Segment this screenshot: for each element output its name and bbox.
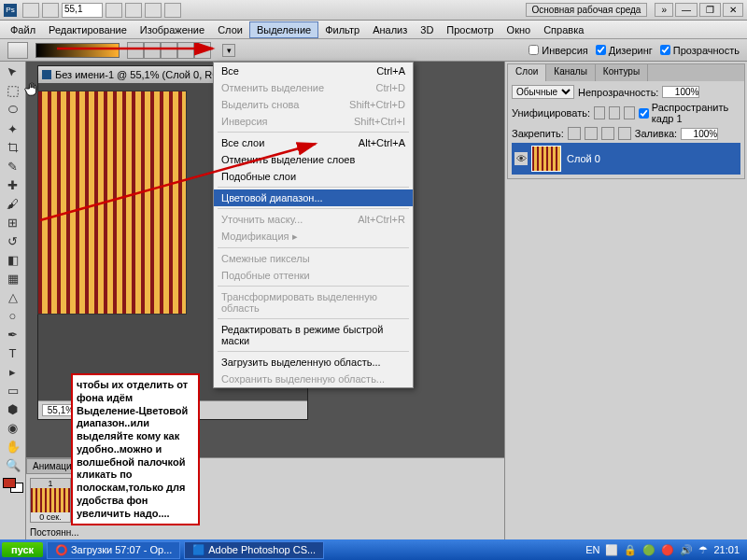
menu-item[interactable]: Редактировать в режиме быстрой маски [214,321,413,349]
hand-tool[interactable]: ✋ [2,437,24,455]
gradient-diamond-icon[interactable] [194,42,211,59]
panel-tab[interactable]: Контуры [596,64,648,81]
shape-tool[interactable]: ▭ [2,381,24,399]
menu-анализ[interactable]: Анализ [366,22,414,37]
brush-tool[interactable]: 🖌 [2,194,24,213]
menu-item: Подобные оттенки [214,267,413,284]
rotate-view-icon[interactable] [125,3,142,18]
gradient-tool[interactable]: ▦ [2,269,24,287]
menu-item[interactable]: Цветовой диапазон... [214,189,413,206]
menu-слои[interactable]: Слои [211,22,249,37]
menu-просмотр[interactable]: Просмотр [440,22,500,37]
heal-tool[interactable]: ✚ [2,175,24,194]
layer-row[interactable]: 👁 Слой 0 [512,143,740,175]
close-button[interactable]: ✕ [723,3,743,17]
zoom-field[interactable]: 55,1 [62,3,103,18]
unify-icon-1[interactable] [594,106,605,119]
visibility-icon[interactable]: 👁 [514,152,528,165]
dodge-tool[interactable]: ○ [2,306,24,325]
gradient-linear-icon[interactable] [127,42,144,59]
pen-tool[interactable]: ✒ [2,325,24,343]
tray-icon[interactable]: 🔴 [661,544,674,556]
tray-icon[interactable]: 🔊 [680,544,693,556]
menu-item: Трансформировать выделенную область [214,288,413,316]
panel-tab[interactable]: Каналы [546,64,596,81]
blend-mode-select[interactable]: Обычные [512,85,574,99]
taskbar-item[interactable]: 🟦 Adobe Photoshop CS... [184,541,324,559]
3d-camera-tool[interactable]: ◉ [2,418,24,437]
menu-item[interactable]: Загрузить выделенную область... [214,354,413,371]
path-select-tool[interactable]: ▸ [2,362,24,381]
menu-item[interactable]: Все слоиAlt+Ctrl+A [214,134,413,151]
lock-transparency-icon[interactable] [568,127,581,140]
unify-icon-3[interactable] [624,106,635,119]
menu-фильтр[interactable]: Фильтр [318,22,366,37]
tutorial-annotation: чтобы их отделить от фона идём Выделение… [71,373,200,525]
transparency-checkbox[interactable]: Прозрачность [660,45,740,56]
lock-all-icon[interactable] [618,127,631,140]
lock-position-icon[interactable] [601,127,614,140]
lock-pixels-icon[interactable] [585,127,598,140]
menu-item: Уточнить маску...Alt+Ctrl+R [214,211,413,228]
type-tool[interactable]: T [2,343,24,362]
layers-panel: СлоиКаналыКонтуры Обычные Непрозрачность… [507,63,745,179]
eyedropper-tool[interactable]: ✎ [2,157,24,175]
bridge-icon[interactable] [22,3,39,18]
clock[interactable]: 21:01 [713,544,740,555]
menu-окно[interactable]: Окно [500,22,538,37]
lang-indicator[interactable]: EN [585,544,599,555]
tray-icon[interactable]: ☂ [698,544,708,556]
crop-tool[interactable] [2,138,24,157]
menu-редактирование[interactable]: Редактирование [42,22,134,37]
mode-dropdown[interactable]: ▾ [222,44,235,57]
marquee-tool[interactable] [2,82,24,101]
wand-tool[interactable]: ✦ [2,119,24,138]
minimize-button[interactable]: — [675,3,698,17]
menu-выделение[interactable]: Выделение [249,21,318,38]
tray-icon[interactable]: 🟢 [642,544,655,556]
hand-tool-icon[interactable] [106,3,122,18]
stamp-tool[interactable]: ⊞ [2,213,24,231]
menu-изображение[interactable]: Изображение [134,22,211,37]
workspace-button[interactable]: Основная рабочая среда [526,3,648,17]
chevrons-icon[interactable]: » [655,3,673,17]
view-extras-icon[interactable] [42,3,59,18]
opacity-input[interactable] [662,86,699,98]
fill-input[interactable] [681,128,718,140]
dither-checkbox[interactable]: Дизеринг [596,45,653,56]
unify-icon-2[interactable] [609,106,620,119]
blur-tool[interactable]: △ [2,287,24,306]
screen-mode-icon[interactable] [164,3,181,18]
menu-item[interactable]: Отменить выделение слоев [214,151,413,168]
tray-icon[interactable]: ⬜ [605,544,618,556]
start-button[interactable]: пуск [2,542,43,557]
panel-tab[interactable]: Слои [508,64,546,81]
propagate-checkbox[interactable]: Распространить кадр 1 [639,102,740,124]
menu-справка[interactable]: Справка [537,22,590,37]
invert-checkbox[interactable]: Инверсия [529,45,588,56]
gradient-radial-icon[interactable] [144,42,161,59]
menu-3d[interactable]: 3D [414,22,440,37]
taskbar-item[interactable]: ⭕ Загрузки 57:07 - Op... [47,541,180,559]
menu-item: Сохранить выделенную область... [214,371,413,387]
menu-item[interactable]: ВсеCtrl+A [214,63,413,79]
move-tool[interactable] [2,63,24,82]
gradient-preview[interactable] [35,43,120,58]
gradient-reflected-icon[interactable] [177,42,194,59]
3d-tool[interactable]: ⬢ [2,399,24,418]
menu-файл[interactable]: Файл [4,22,42,37]
tray-icon[interactable]: 🔒 [624,544,637,556]
canvas-area: Без имени-1 @ 55,1% (Слой 0, RGB/8) ВсеC… [26,62,504,539]
zoom-tool[interactable]: 🔍 [2,455,24,474]
history-brush-tool[interactable]: ↺ [2,231,24,250]
color-swatches[interactable] [3,478,23,493]
current-tool-icon[interactable] [7,42,28,59]
eraser-tool[interactable]: ◧ [2,250,24,269]
animation-frame[interactable]: 1 0 сек. [30,478,71,523]
lasso-tool[interactable] [2,101,24,119]
maximize-button[interactable]: ❐ [699,3,721,17]
animation-loop[interactable]: Постоянн... [30,527,79,538]
arrange-docs-icon[interactable] [145,3,162,18]
menu-item[interactable]: Подобные слои [214,168,413,185]
gradient-angle-icon[interactable] [161,42,177,59]
